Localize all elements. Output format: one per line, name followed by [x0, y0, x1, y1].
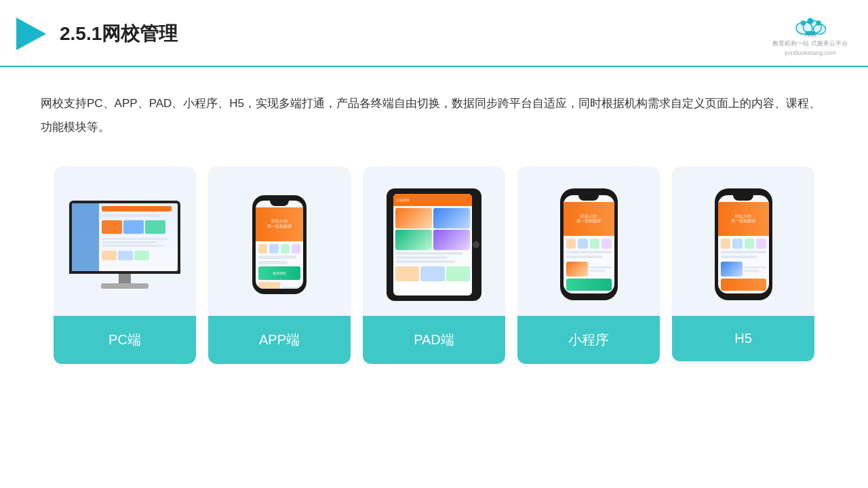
monitor-screen — [72, 203, 178, 271]
miniapp-phone-screen: 职达人的第一堂刷题课 — [564, 195, 614, 293]
app-phone-notch — [270, 201, 289, 206]
header-left: 2.5.1网校管理 — [14, 16, 178, 52]
card-label-app: APP端 — [208, 316, 351, 364]
logo-icon: 云朵课堂 — [790, 12, 831, 38]
play-icon — [14, 16, 49, 52]
monitor-sidebar — [72, 203, 99, 271]
card-image-h5: 职达人的第一堂刷题课 — [672, 167, 814, 316]
miniapp-phone-outer: 职达人的第一堂刷题课 — [560, 188, 618, 300]
card-image-miniapp: 职达人的第一堂刷题课 — [517, 167, 660, 316]
logo-tagline: 教育机构一站 式服务云平台 — [772, 39, 848, 48]
h5-phone: 职达人的第一堂刷题课 — [715, 188, 772, 300]
h5-phone-screen: 职达人的第一堂刷题课 — [718, 195, 769, 293]
app-phone: 职达人的第一堂刷题课 推荐课程 — [252, 195, 307, 294]
pad-tablet: 云朵课堂 — [387, 188, 481, 301]
svg-text:云朵课堂: 云朵课堂 — [804, 33, 817, 37]
svg-point-10 — [816, 20, 821, 26]
monitor-content — [99, 203, 178, 271]
miniapp-phone: 职达人的第一堂刷题课 — [560, 188, 618, 300]
card-app: 职达人的第一堂刷题课 推荐课程 — [208, 167, 351, 364]
cards-container: PC端 职达人的第一堂刷题课 — [0, 146, 868, 384]
card-pad: 云朵课堂 — [363, 167, 505, 364]
card-image-pc — [54, 167, 196, 316]
app-phone-screen: 职达人的第一堂刷题课 推荐课程 — [256, 201, 303, 289]
header: 2.5.1网校管理 云朵课堂 教育机构一站 式服务云平台 yunduoketan… — [0, 0, 868, 67]
monitor-base — [101, 283, 149, 289]
logo-url: yunduoketang.com — [785, 49, 836, 56]
app-phone-outer: 职达人的第一堂刷题课 推荐课程 — [252, 195, 307, 294]
pad-home-btn — [473, 241, 479, 248]
logo-area: 云朵课堂 教育机构一站 式服务云平台 yunduoketang.com — [772, 12, 848, 56]
card-image-app: 职达人的第一堂刷题课 推荐课程 — [208, 167, 351, 316]
page-title: 2.5.1网校管理 — [60, 21, 178, 47]
pad-tablet-outer: 云朵课堂 — [387, 188, 481, 301]
description-text: 网校支持PC、APP、PAD、小程序、H5，实现多端打通，产品各终端自由切换，数… — [41, 97, 821, 134]
card-image-pad: 云朵课堂 — [363, 167, 505, 316]
card-pc: PC端 — [54, 167, 196, 364]
pad-screen-header: 云朵课堂 — [393, 194, 472, 206]
card-h5: 职达人的第一堂刷题课 — [672, 167, 814, 364]
monitor-neck — [119, 274, 131, 283]
card-label-pad: PAD端 — [363, 316, 505, 364]
card-miniapp: 职达人的第一堂刷题课 — [517, 167, 660, 364]
card-label-pc: PC端 — [54, 316, 196, 364]
svg-point-9 — [807, 18, 813, 24]
pad-tablet-screen: 云朵课堂 — [393, 194, 472, 296]
miniapp-phone-notch — [578, 195, 599, 201]
monitor-wrapper — [69, 201, 180, 274]
h5-phone-notch — [733, 195, 753, 201]
description: 网校支持PC、APP、PAD、小程序、H5，实现多端打通，产品各终端自由切换，数… — [0, 67, 868, 146]
card-label-miniapp: 小程序 — [517, 316, 660, 364]
pc-monitor — [69, 201, 180, 289]
card-label-h5: H5 — [672, 316, 814, 361]
h5-phone-outer: 职达人的第一堂刷题课 — [715, 188, 772, 300]
svg-marker-0 — [16, 18, 46, 50]
svg-point-8 — [800, 20, 806, 26]
